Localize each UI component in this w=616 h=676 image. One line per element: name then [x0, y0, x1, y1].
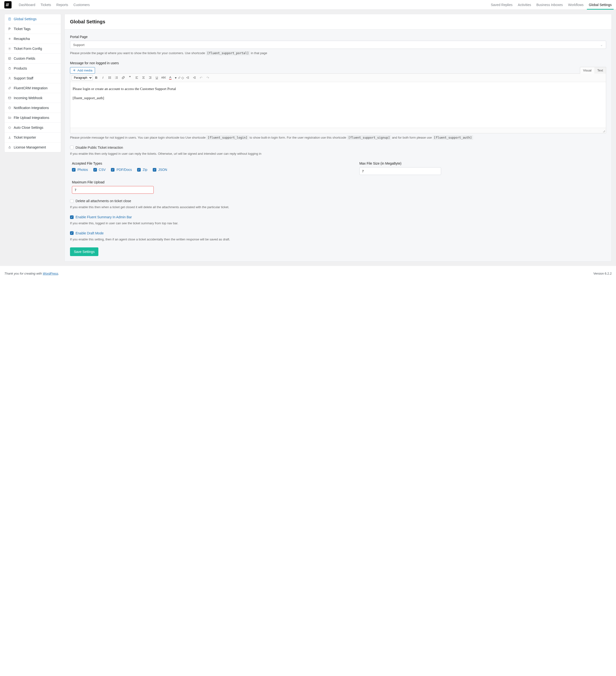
filetype-photos-checkbox[interactable] [72, 168, 75, 172]
folder-icon [8, 116, 11, 119]
top-bar: DashboardTicketsReportsCustomers Saved R… [0, 0, 616, 10]
lock-icon [8, 146, 11, 149]
sidebar-item-label: FluentCRM Integration [14, 86, 48, 90]
portal-page-select[interactable]: Support ⌄ [70, 41, 606, 49]
sidebar-item-label: Products [14, 66, 27, 70]
delete-attachments-label: Delete all attachments on ticket close [75, 199, 131, 203]
link-button[interactable] [120, 74, 126, 81]
filetypes-group: PhotosCSVPDF/DocsZipJSON [72, 168, 350, 172]
sidebar-item-label: Global Settings [14, 17, 37, 21]
sidebar-item-fluentcrm-integration[interactable]: FluentCRM Integration [5, 83, 61, 93]
italic-button[interactable]: I [100, 74, 106, 81]
portal-page-selected: Support [73, 43, 84, 47]
numbered-list-button[interactable]: 123 [113, 74, 120, 81]
filetype-zip-checkbox[interactable] [137, 168, 141, 172]
gear-icon [8, 47, 11, 50]
editor-toolbar: Paragraph B I 123 " U AB€ A ▾ [70, 74, 606, 82]
disable-public-checkbox[interactable] [70, 146, 74, 149]
subnav-global-settings[interactable]: Global Settings [589, 3, 612, 7]
sidebar-item-global-settings[interactable]: Global Settings [5, 14, 61, 24]
undo-button[interactable]: ↶ [198, 74, 204, 81]
subnav-workflows[interactable]: Workflows [568, 3, 583, 7]
message-label: Message for non logged in users [70, 61, 606, 65]
delete-attachments-checkbox[interactable] [70, 199, 74, 203]
nav-dashboard[interactable]: Dashboard [19, 3, 36, 7]
power-icon [8, 126, 11, 129]
sidebar-item-ticket-importer[interactable]: Ticket Importer [5, 132, 61, 143]
subnav-business-inboxes[interactable]: Business Inboxes [536, 3, 563, 7]
editor-content[interactable]: Please login or create an account to acc… [70, 82, 606, 128]
sidebar-item-label: Auto Close Settings [14, 126, 43, 129]
sidebar-item-support-staff[interactable]: Support Staff [5, 73, 61, 83]
content-panel: Global Settings Portal Page Support ⌄ Pl… [64, 14, 612, 262]
tag-icon [8, 27, 11, 31]
tab-visual[interactable]: Visual [580, 67, 594, 74]
wordpress-link[interactable]: WordPress [43, 272, 58, 275]
content-header: Global Settings [65, 14, 611, 30]
sidebar-item-incoming-webhook[interactable]: Incoming Webhook [5, 93, 61, 103]
sidebar-item-auto-close-settings[interactable]: Auto Close Settings [5, 123, 61, 132]
sidebar-item-recaptcha[interactable]: Recaptcha [5, 34, 61, 44]
sidebar-item-custom-fields[interactable]: Custom Fields [5, 54, 61, 63]
enable-draft-checkbox[interactable] [70, 231, 74, 235]
subnav-saved-replies[interactable]: Saved Replies [491, 3, 512, 7]
max-filesize-input[interactable] [359, 167, 441, 175]
sidebar-item-license-management[interactable]: License Management [5, 143, 61, 152]
subnav-activities[interactable]: Activities [518, 3, 531, 7]
nav-customers[interactable]: Customers [73, 3, 90, 7]
chevron-down-icon: ⌄ [600, 43, 603, 47]
redo-button[interactable]: ↷ [205, 74, 211, 81]
sidebar-item-notification-integrations[interactable]: Notification Integrations [5, 103, 61, 113]
align-center-button[interactable] [140, 74, 146, 81]
filetype-pdfdocs-checkbox[interactable] [111, 168, 115, 172]
indent-button[interactable] [191, 74, 197, 81]
filetype-label: PDF/Docs [116, 168, 132, 172]
add-media-button[interactable]: Add media [70, 67, 95, 74]
align-left-button[interactable] [133, 74, 140, 81]
tab-text[interactable]: Text [594, 67, 606, 74]
nav-reports[interactable]: Reports [56, 3, 68, 7]
mail-icon [8, 96, 11, 100]
filetype-csv-checkbox[interactable] [93, 168, 97, 172]
nav-tickets[interactable]: Tickets [41, 3, 51, 7]
sidebar-item-file-upload-integrations[interactable]: File Upload Integrations [5, 113, 61, 123]
portal-shortcode: [fluent_support_portal] [206, 51, 250, 55]
primary-nav: DashboardTicketsReportsCustomers [19, 3, 90, 7]
sidebar-item-ticket-form-config[interactable]: Ticket Form Config [5, 44, 61, 54]
underline-button[interactable]: U [154, 74, 160, 81]
bold-button[interactable]: B [93, 74, 99, 81]
enable-draft-label: Enable Draft Mode [75, 231, 104, 235]
sidebar-item-label: Notification Integrations [14, 106, 49, 110]
max-upload-input[interactable] [72, 186, 154, 194]
editor-statusbar [70, 128, 606, 133]
doc-icon [8, 17, 11, 21]
max-upload-label: Maximum File Upload [72, 180, 606, 184]
bag-icon [8, 67, 11, 70]
logo [4, 1, 11, 8]
portal-help-text: Please provide the page id where you wan… [70, 51, 606, 56]
portal-page-label: Portal Page [70, 35, 606, 39]
paragraph-select[interactable]: Paragraph [72, 75, 93, 80]
sidebar: Global SettingsTicket TagsRecaptchaTicke… [4, 14, 61, 152]
message-help-text: Please provide message for not logged in… [70, 135, 606, 140]
enable-summary-checkbox[interactable] [70, 215, 74, 219]
user-icon [8, 76, 11, 80]
outdent-button[interactable] [184, 74, 191, 81]
media-icon [73, 69, 76, 72]
disable-public-label: Disable Public Ticket interaction [75, 146, 123, 150]
text-color-dropdown[interactable]: ▾ [174, 74, 177, 81]
save-settings-button[interactable]: Save Settings [70, 247, 99, 256]
align-right-button[interactable] [147, 74, 153, 81]
filetype-label: Photos [77, 168, 88, 172]
clear-format-button[interactable]: ◇ [178, 74, 184, 81]
enable-summary-help: If you enable this, logged in user can s… [70, 221, 606, 226]
filetype-json-checkbox[interactable] [153, 168, 156, 172]
filetype-label: Zip [143, 168, 147, 172]
blockquote-button[interactable]: " [127, 74, 133, 81]
sidebar-item-products[interactable]: Products [5, 63, 61, 73]
text-color-button[interactable]: A [167, 74, 173, 81]
max-filesize-label: Max File Size (in MegaByte) [359, 162, 441, 165]
strikethrough-button[interactable]: AB€ [161, 74, 167, 81]
bullet-list-button[interactable] [107, 74, 113, 81]
sidebar-item-ticket-tags[interactable]: Ticket Tags [5, 24, 61, 34]
